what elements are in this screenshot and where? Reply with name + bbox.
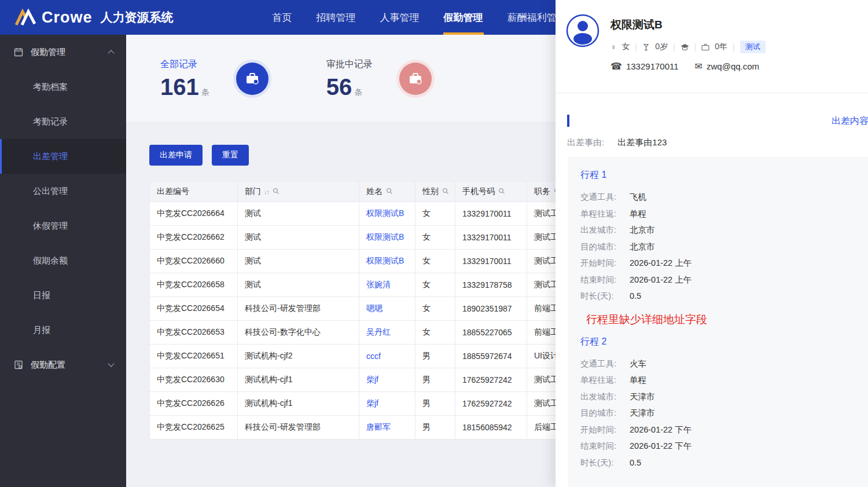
- sidebar-item-label: 假期余额: [33, 255, 68, 266]
- stat-pending-records: 审批中记录 56条: [326, 58, 432, 98]
- search-icon[interactable]: [386, 188, 393, 195]
- cell-department: 测试机构-cjf1: [238, 392, 359, 416]
- field-value: 单程: [630, 206, 646, 222]
- field-value: 2026-01-22 下午: [630, 422, 692, 438]
- section-accent-bar: [567, 115, 569, 127]
- field-value: 飞机: [630, 189, 646, 206]
- sidebar-group-config[interactable]: 假勤配置: [0, 347, 126, 382]
- employee-name-link[interactable]: 嗯嗯: [359, 297, 415, 321]
- nav-item-label: 假勤管理: [444, 11, 483, 24]
- table-row: 中竞发CC2026662 测试 权限测试B 女 13329170011 测试工: [150, 226, 620, 250]
- cell-trip-id: 中竞发CC2026660: [150, 250, 238, 273]
- cell-phone: 18855972674: [455, 345, 527, 368]
- sidebar-item[interactable]: 日报: [0, 278, 126, 313]
- trip-fields: 交通工具: 飞机 单程往返: 单程 出发城市: 北京市: [580, 189, 868, 305]
- nav-item-label: 人事管理: [380, 11, 420, 24]
- trip-field: 单程往返: 单程: [580, 372, 868, 389]
- trip-1: 行程 1 交通工具: 飞机 单程往返: 单程: [580, 169, 868, 305]
- search-icon[interactable]: [498, 188, 505, 195]
- field-label: 目的城市:: [580, 405, 630, 422]
- trip-field: 结束时间: 2026-01-22 下午: [580, 438, 868, 455]
- sidebar-item[interactable]: 假期余额: [0, 243, 126, 278]
- field-value: 北京市: [630, 222, 655, 239]
- reason-label: 出差事由:: [567, 137, 604, 147]
- cell-gender: 女: [415, 273, 455, 297]
- cell-gender: 男: [415, 416, 455, 440]
- field-label: 结束时间:: [580, 438, 630, 455]
- table-row: 中竞发CC2026630 测试机构-cjf1 柴jf 男 17625927242…: [150, 368, 620, 392]
- field-label: 开始时间:: [580, 255, 630, 272]
- cell-gender: 男: [415, 392, 455, 416]
- employee-name-link[interactable]: 张婉清: [359, 273, 415, 297]
- sidebar-item[interactable]: 考勤档案: [0, 69, 126, 104]
- sidebar-group-attendance[interactable]: 假勤管理: [0, 35, 126, 69]
- field-value: 天津市: [630, 389, 655, 405]
- nav-item[interactable]: 招聘管理: [304, 0, 368, 35]
- sidebar-item[interactable]: 考勤记录: [0, 104, 126, 139]
- cell-gender: 男: [415, 368, 455, 392]
- cell-department: 测试: [238, 202, 359, 226]
- employee-name-link[interactable]: 唐郦军: [359, 416, 415, 440]
- briefcase-icon: [701, 43, 709, 51]
- cell-department: 测试机构-cjf1: [238, 368, 359, 392]
- field-label: 交通工具:: [580, 189, 630, 206]
- nav-item[interactable]: 假勤管理: [432, 0, 495, 35]
- cell-department: 测试: [238, 250, 359, 273]
- work-years-value: 0年: [715, 42, 727, 52]
- search-icon[interactable]: [273, 188, 279, 195]
- cell-trip-id: 中竞发CC2026662: [150, 226, 238, 250]
- sidebar-item-label: 出差管理: [33, 151, 68, 162]
- cell-trip-id: 中竞发CC2026651: [150, 345, 238, 368]
- trip-apply-button[interactable]: 出差申请: [149, 145, 203, 166]
- field-value: 北京市: [630, 239, 655, 255]
- employee-name-link[interactable]: 权限测试B: [359, 202, 415, 226]
- section-header: 出差内容: [556, 115, 868, 127]
- sidebar-item-label: 公出管理: [33, 186, 68, 197]
- trip-2: 行程 2 交通工具: 火车 单程往返: 单程: [580, 336, 868, 471]
- config-list-icon: [14, 360, 23, 369]
- table-header-row: 出差编号 部门↓↑ 姓名 性别 手机号码: [150, 181, 620, 202]
- trip-field: 开始时间: 2026-01-22 下午: [580, 422, 868, 438]
- field-label: 出发城市:: [580, 389, 630, 405]
- employee-name-link[interactable]: 权限测试B: [359, 250, 415, 273]
- trip-title: 行程 2: [580, 336, 868, 348]
- cell-phone: 13329170011: [455, 202, 527, 226]
- field-label: 单程往返:: [580, 206, 630, 222]
- field-value: 单程: [630, 372, 646, 389]
- sidebar-item[interactable]: 公出管理: [0, 174, 126, 208]
- employee-name-link[interactable]: 权限测试B: [359, 226, 415, 250]
- trip-reason-row: 出差事由: 出差事由123: [567, 137, 868, 148]
- employee-name-link[interactable]: 柴jf: [359, 392, 415, 416]
- trip-content-link[interactable]: 出差内容: [832, 115, 868, 127]
- trip-field: 目的城市: 天津市: [580, 405, 868, 422]
- employee-name-link[interactable]: 柴jf: [359, 368, 415, 392]
- sort-icon[interactable]: ↓↑: [264, 188, 269, 195]
- trip-card: 行程 1 交通工具: 飞机 单程往返: 单程: [568, 157, 868, 487]
- cell-department: 科技公司-研发管理部: [238, 416, 359, 440]
- avatar: [566, 14, 599, 50]
- nav-item[interactable]: 首页: [260, 0, 304, 35]
- col-gender: 性别: [415, 181, 455, 202]
- field-label: 结束时间:: [580, 272, 630, 288]
- sidebar-item[interactable]: 休假管理: [0, 208, 126, 243]
- search-icon[interactable]: [442, 188, 449, 195]
- employee-name-link[interactable]: cccf: [359, 345, 415, 368]
- cell-phone: 17625927242: [455, 392, 527, 416]
- divider: [556, 93, 868, 93]
- nav-item[interactable]: 人事管理: [368, 0, 432, 35]
- sidebar-item[interactable]: 月报: [0, 313, 126, 347]
- crowe-logo-icon: [15, 9, 36, 26]
- field-label: 时长(天):: [580, 455, 630, 471]
- cell-gender: 女: [415, 202, 455, 226]
- stat-value: 56条: [326, 75, 373, 98]
- trip-field: 时长(天): 0.5: [580, 288, 868, 305]
- reset-button[interactable]: 重置: [212, 145, 249, 166]
- col-phone: 手机号码: [455, 181, 527, 202]
- education-icon: [681, 43, 689, 51]
- sidebar-item[interactable]: 出差管理: [0, 139, 126, 174]
- cell-department: 测试: [238, 273, 359, 297]
- employee-name-link[interactable]: 吴丹红: [359, 321, 415, 345]
- cell-phone: 18902351987: [455, 297, 527, 321]
- cell-gender: 女: [415, 226, 455, 250]
- field-value: 天津市: [630, 405, 655, 422]
